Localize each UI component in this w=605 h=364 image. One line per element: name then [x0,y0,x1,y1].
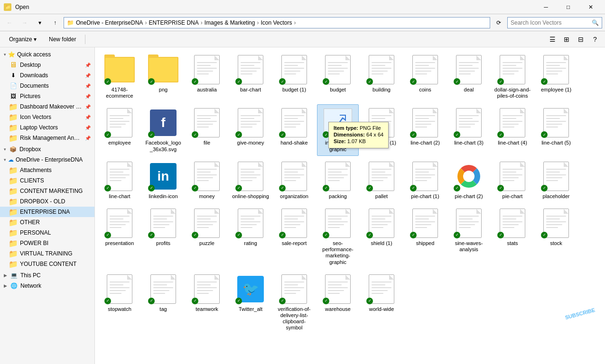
list-item[interactable]: ✓ Item type: PNG File Dimensions: 64 x 6… [317,104,359,155]
list-item[interactable]: ✓seo-performance-marketing-graphic [317,205,359,269]
dropbox-chevron: ▾ [4,147,6,152]
sidebar-item-this-pc[interactable]: ▶ 💻 This PC [0,270,94,281]
list-item[interactable]: ✓employee (1) [535,51,577,102]
onedrive-header[interactable]: ▾ ☁ OneDrive - EnterpriseDNA [0,155,94,165]
view-change-button[interactable]: ☰ [546,33,558,46]
list-item[interactable]: ✓tag [142,271,184,335]
file-name-label: hand-shake [280,140,308,146]
sidebar-item-content-marketing[interactable]: 📁 CONTENT MARKETING [0,186,94,196]
list-item[interactable]: ✓png [142,51,184,102]
list-item[interactable]: ✓budget [317,51,359,102]
forward-button[interactable]: → [18,16,31,29]
sidebar-item-network[interactable]: ▶ 🌐 Network [0,281,94,291]
sidebar-item-enterprise-dna[interactable]: 📁 ENTERPRISE DNA [0,207,94,217]
list-item[interactable]: ✓line-chart (2) [404,104,446,155]
file-thumbnail: ✓ [366,161,397,191]
file-thumbnail: ✓ [366,55,397,85]
sidebar-item-desktop[interactable]: 🖥 Desktop 📌 [0,60,94,70]
list-item[interactable]: ✓budget (1) [273,51,315,102]
list-item[interactable]: ✓money [186,158,228,203]
list-item[interactable]: ✓pallet [361,158,402,203]
list-item[interactable]: ✓sale-report [273,205,315,269]
quick-access-header[interactable]: ▾ ⭐ Quick access [0,49,94,60]
view-preview-button[interactable]: ⊞ [560,33,573,46]
list-item[interactable]: in✓linkedin-icon [142,158,184,203]
sidebar-item-dropbox[interactable]: ▾ 📦 Dropbox [0,144,94,155]
list-item[interactable]: ✓sine-waves-analysis [448,205,490,269]
organize-button[interactable]: Organize ▾ [4,33,42,46]
sidebar-item-dashboard[interactable]: 📁 Dashboard Makeover Session 📌 [0,101,94,112]
list-item[interactable]: ✓pie-chart [492,158,533,203]
list-item[interactable]: ✓online-shopping [230,158,271,203]
list-item[interactable]: ✓shipped [404,205,446,269]
list-item[interactable]: ✓shield (1) [361,205,402,269]
list-item[interactable]: ✓pie-chart (1) [404,158,446,203]
sidebar-item-icon-vectors[interactable]: 📁 Icon Vectors 📌 [0,112,94,122]
list-item[interactable]: ✓line-chart (5) [535,104,577,155]
list-item[interactable]: ✓packing [317,158,359,203]
sidebar-item-risk[interactable]: 📁 Risk Management Analytics 📌 [0,133,94,143]
list-item[interactable]: ✓world-wide [361,271,402,335]
list-item[interactable]: ✓dollar-sign-and-piles-of-coins [492,51,533,102]
sidebar-item-documents[interactable]: 📄 Documents 📌 [0,81,94,91]
list-item[interactable]: ✓stats [492,205,533,269]
sync-badge: ✓ [104,232,111,238]
list-item[interactable]: ✓stopwatch [99,271,140,335]
maximize-button[interactable]: □ [558,0,579,14]
list-item[interactable]: ✓warehouse [317,271,359,335]
list-item[interactable]: ✓pie-chart (2) [448,158,490,203]
list-item[interactable]: ✓line-chart (1) [361,104,402,155]
file-name-label: employee (1) [541,87,571,93]
list-item[interactable]: ✓line-chart (4) [492,104,533,155]
list-item[interactable]: ✓coins [404,51,446,102]
list-item[interactable]: ✓teamwork [186,271,228,335]
minimize-button[interactable]: ─ [535,0,557,14]
list-item[interactable]: ✓file [186,104,228,155]
list-item[interactable]: 🐦✓Twitter_alt [230,271,271,335]
sidebar-item-personal[interactable]: 📁 PERSONAL [0,228,94,238]
list-item[interactable]: ✓placeholder [535,158,577,203]
sidebar-item-youtube-content[interactable]: 📁 YOUTUBE CONTENT [0,259,94,269]
recent-locations-button[interactable]: ▾ [33,16,47,29]
toolbar: Organize ▾ New folder ☰ ⊞ ⊟ ? [0,31,605,47]
sidebar-item-virtual-training[interactable]: 📁 VIRTUAL TRAINING [0,248,94,259]
back-button[interactable]: ← [3,16,16,29]
list-item[interactable]: ✓profits [142,205,184,269]
sidebar-item-power-bi[interactable]: 📁 POWER BI [0,238,94,248]
sidebar-item-laptop-vectors[interactable]: 📁 Laptop Vectors 📌 [0,122,94,133]
list-item[interactable]: ✓building [361,51,402,102]
file-thumbnail: ✓ Item type: PNG File Dimensions: 64 x 6… [323,108,353,138]
list-item[interactable]: ✓hand-shake [273,104,315,155]
refresh-button[interactable]: ⟳ [492,16,505,29]
list-item[interactable]: ✓line-chart [99,158,140,203]
list-item[interactable]: ✓rating [230,205,271,269]
close-button[interactable]: ✕ [580,0,601,14]
list-item[interactable]: ✓verification-of-delivery-list-clipboard… [273,271,315,335]
sidebar-item-downloads[interactable]: ⬇ Downloads 📌 [0,70,94,81]
list-item[interactable]: ✓organization [273,158,315,203]
list-item[interactable]: f✓Facebook_logo_36x36.svg [142,104,184,155]
new-folder-button[interactable]: New folder [44,33,81,46]
list-item[interactable]: ✓bar-chart [230,51,271,102]
list-item[interactable]: ✓line-chart (3) [448,104,490,155]
sync-badge: ✓ [366,232,373,238]
help-button[interactable]: ? [589,33,601,46]
sidebar-item-attachments[interactable]: 📁 Attachments [0,165,94,175]
search-input[interactable] [511,19,590,26]
sidebar-item-pictures[interactable]: 🖼 Pictures 📌 [0,91,94,101]
list-item[interactable]: ✓australia [186,51,228,102]
sidebar-item-clients[interactable]: 📁 CLIENTS [0,175,94,186]
address-path[interactable]: 📁 OneDrive - EnterpriseDNA › ENTERPRISE … [64,17,490,28]
up-button[interactable]: ↑ [48,16,62,29]
list-item[interactable]: ✓presentation [99,205,140,269]
list-item[interactable]: ✓employee [99,104,140,155]
list-item[interactable]: ✓puzzle [186,205,228,269]
sidebar-item-dropbox-old[interactable]: 📁 DROPBOX - OLD [0,196,94,207]
list-item[interactable]: ✓41748-ecommerce [99,51,140,102]
sidebar-item-other[interactable]: 📁 OTHER [0,217,94,228]
icon-vectors-pin-icon: 📌 [85,115,91,120]
list-item[interactable]: ✓give-money [230,104,271,155]
list-item[interactable]: ✓deal [448,51,490,102]
view-options-button[interactable]: ⊟ [575,33,587,46]
list-item[interactable]: ✓stock [535,205,577,269]
